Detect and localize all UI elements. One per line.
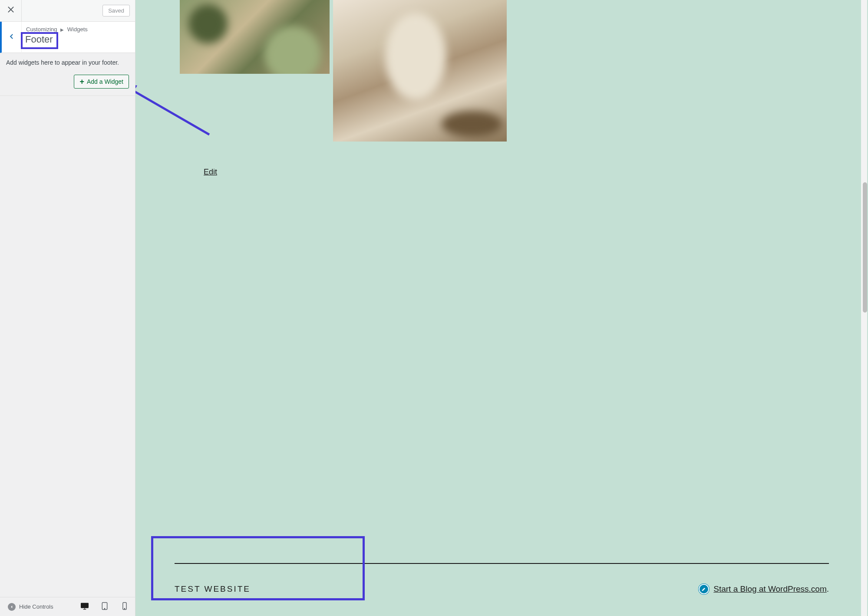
svg-point-4 (124, 608, 125, 609)
breadcrumb-separator-icon: ▶ (60, 27, 64, 32)
device-preview-group (79, 601, 131, 613)
add-widget-label: Add a Widget (87, 78, 123, 85)
add-widget-button[interactable]: + Add a Widget (74, 75, 129, 89)
mobile-icon (120, 602, 129, 612)
breadcrumb-part2: Widgets (67, 26, 88, 33)
device-mobile-button[interactable] (119, 601, 131, 613)
plus-icon: + (79, 78, 84, 86)
sidebar-top-bar: Saved (0, 0, 135, 22)
svg-rect-0 (81, 603, 88, 608)
section-title: Footer (25, 34, 53, 45)
svg-point-2 (104, 608, 105, 609)
site-footer: TEST WEBSITE Start a Blog at WordPress.c… (175, 563, 829, 594)
collapse-left-icon (8, 603, 16, 611)
device-tablet-button[interactable] (99, 601, 111, 613)
preview-scrollbar-thumb[interactable] (863, 182, 867, 313)
hide-controls-button[interactable]: Hide Controls (4, 601, 57, 613)
pencil-icon (701, 584, 706, 594)
save-state-button: Saved (102, 5, 130, 16)
close-icon (7, 6, 14, 15)
hide-controls-label: Hide Controls (19, 603, 53, 610)
gallery (180, 0, 833, 142)
edit-link[interactable]: Edit (204, 168, 217, 177)
tablet-icon (100, 602, 109, 612)
chevron-left-icon (9, 33, 15, 41)
wordpress-edit-badge[interactable] (699, 584, 709, 594)
footer-credit-suffix: . (827, 584, 829, 593)
device-desktop-button[interactable] (79, 601, 91, 613)
close-button[interactable] (0, 0, 22, 22)
section-description: Add widgets here to appear in your foote… (6, 59, 129, 66)
site-name[interactable]: TEST WEBSITE (175, 584, 251, 594)
breadcrumb-part1: Customizing (26, 26, 57, 33)
customizer-sidebar: Saved Customizing ▶ Widgets Footer Add w… (0, 0, 135, 616)
footer-divider (175, 563, 829, 564)
annotation-highlight-title: Footer (21, 32, 58, 49)
desktop-icon (80, 602, 89, 612)
sidebar-section-header: Customizing ▶ Widgets Footer (0, 22, 135, 53)
sidebar-footer-bar: Hide Controls (0, 597, 135, 616)
gallery-image-2[interactable] (333, 0, 507, 142)
sidebar-body: Add widgets here to appear in your foote… (0, 53, 135, 597)
site-preview: Edit TEST WEBSITE Start a Blog at WordPr… (135, 0, 868, 616)
footer-credit-link[interactable]: Start a Blog at WordPress.com (713, 584, 826, 593)
footer-credit: Start a Blog at WordPress.com. (713, 584, 829, 594)
breadcrumb: Customizing ▶ Widgets (26, 26, 88, 33)
gallery-image-1[interactable] (180, 0, 330, 74)
back-button[interactable] (2, 22, 22, 53)
